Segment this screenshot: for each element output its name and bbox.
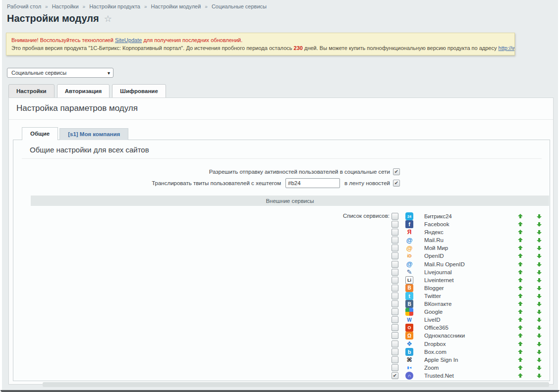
move-down-icon[interactable]: [537, 325, 542, 330]
horizontal-scrollbar[interactable]: [43, 382, 549, 387]
move-up-icon[interactable]: [518, 262, 523, 267]
liveid-checkbox[interactable]: [392, 316, 398, 323]
move-up-icon[interactable]: [518, 349, 523, 354]
breadcrumb-item[interactable]: Рабочий стол: [7, 3, 41, 9]
service-row: WLiveID: [0, 316, 560, 324]
service-name: Zoom: [424, 365, 439, 371]
livejournal-checkbox[interactable]: [392, 269, 398, 276]
service-name: Dropbox: [424, 341, 446, 347]
module-select[interactable]: Социальные сервисы ▾: [7, 68, 113, 78]
apple-sign-in-checkbox[interactable]: [392, 356, 398, 363]
breadcrumb-item[interactable]: Социальные сервисы: [212, 3, 267, 9]
move-up-icon[interactable]: [518, 333, 523, 338]
facebook-checkbox[interactable]: [392, 221, 398, 228]
dropbox-checkbox[interactable]: [392, 341, 398, 347]
move-up-icon[interactable]: [518, 294, 523, 298]
move-up-icon[interactable]: [518, 357, 523, 362]
blogger-checkbox[interactable]: [392, 285, 398, 292]
move-up-icon[interactable]: [518, 214, 523, 219]
move-down-icon[interactable]: [537, 270, 542, 275]
move-up-icon[interactable]: [518, 278, 523, 283]
site-tab[interactable]: [s1] Моя компания: [59, 128, 128, 140]
odnoklassniki-checkbox[interactable]: [392, 332, 398, 339]
openid-checkbox[interactable]: [392, 252, 398, 259]
main-tab[interactable]: Авторизация: [57, 84, 110, 98]
box-com-checkbox[interactable]: [392, 348, 398, 355]
hashtag-input[interactable]: [285, 178, 340, 188]
move-up-icon[interactable]: [518, 286, 523, 291]
move-down-icon[interactable]: [537, 278, 542, 283]
move-down-icon[interactable]: [537, 262, 542, 267]
service-name: Facebook: [424, 221, 449, 227]
google-checkbox[interactable]: [392, 308, 398, 315]
move-up-icon[interactable]: [518, 317, 523, 322]
move-up-icon[interactable]: [518, 309, 523, 314]
move-up-icon[interactable]: [518, 245, 523, 250]
move-up-icon[interactable]: [518, 342, 523, 346]
warning-line-trial: Это пробная версия продукта "1С-Битрикс:…: [11, 44, 509, 52]
moy-mir-checkbox[interactable]: [392, 245, 398, 251]
favorite-star-icon[interactable]: ☆: [104, 14, 112, 24]
zoom-checkbox[interactable]: [392, 364, 398, 371]
move-down-icon[interactable]: [537, 286, 542, 291]
main-tab[interactable]: Настройки: [8, 84, 55, 98]
move-down-icon[interactable]: [537, 333, 542, 338]
move-up-icon[interactable]: [518, 365, 523, 370]
service-row: bBox.com: [0, 348, 560, 356]
move-down-icon[interactable]: [537, 294, 542, 298]
service-row: tTwitter: [0, 292, 560, 300]
twitter-checkbox[interactable]: [392, 293, 398, 299]
main-tab[interactable]: Шифрование: [112, 84, 166, 98]
move-down-icon[interactable]: [537, 230, 542, 235]
move-down-icon[interactable]: [537, 349, 542, 354]
chevron-down-icon: ▾: [108, 70, 110, 76]
office365-checkbox[interactable]: [392, 324, 398, 331]
bitrix24-checkbox[interactable]: [392, 213, 398, 220]
breadcrumb: Рабочий стол»Настройки»Настройки продукт…: [7, 3, 267, 9]
move-down-icon[interactable]: [537, 309, 542, 314]
move-up-icon[interactable]: [518, 253, 523, 258]
move-up-icon[interactable]: [518, 238, 523, 243]
move-up-icon[interactable]: [518, 230, 523, 235]
allow-activity-checkbox[interactable]: ✔: [393, 168, 400, 175]
tweets-feed-checkbox[interactable]: ✔: [393, 180, 400, 187]
move-down-icon[interactable]: [537, 317, 542, 322]
tweets-hashtag-row: Транслировать твиты пользователей с хешт…: [0, 178, 400, 188]
liveinternet-checkbox[interactable]: [392, 277, 398, 284]
move-down-icon[interactable]: [537, 373, 542, 378]
panel-heading: Настройка параметров модуля: [16, 103, 138, 113]
move-down-icon[interactable]: [537, 365, 542, 370]
move-down-icon[interactable]: [537, 222, 542, 227]
move-down-icon[interactable]: [537, 238, 542, 243]
yandex-checkbox[interactable]: [392, 229, 398, 236]
breadcrumb-item[interactable]: Настройки: [52, 3, 79, 9]
site-tab[interactable]: Общие: [22, 127, 58, 140]
move-down-icon[interactable]: [537, 245, 542, 250]
move-down-icon[interactable]: [537, 357, 542, 362]
service-row: ЯЯндекс: [0, 228, 560, 236]
move-up-icon[interactable]: [518, 301, 523, 306]
move-down-icon[interactable]: [537, 342, 542, 346]
move-up-icon[interactable]: [518, 222, 523, 227]
trusted-net-checkbox[interactable]: ✔: [392, 372, 398, 379]
breadcrumb-item[interactable]: Настройки продукта: [89, 3, 140, 9]
move-down-icon[interactable]: [537, 301, 542, 306]
service-row: ▮◄Zoom: [0, 364, 560, 372]
service-row: ΩОдноклассники: [0, 332, 560, 340]
page-title-row: Настройки модуля ☆: [7, 13, 112, 24]
vkontakte-checkbox[interactable]: [392, 300, 398, 307]
trial-warning-box: Внимание! Воспользуйтесь технологией Sit…: [6, 33, 515, 55]
mailru-openid-checkbox[interactable]: [392, 261, 398, 268]
buy-link[interactable]: http://www.1c-bitrix.ru/buy/: [499, 45, 515, 51]
move-up-icon[interactable]: [518, 373, 523, 378]
move-up-icon[interactable]: [518, 325, 523, 330]
siteupdate-link[interactable]: SiteUpdate: [115, 37, 142, 43]
move-down-icon[interactable]: [537, 253, 542, 258]
services-list: Список сервисов:24Битрикс24fFacebookЯЯнд…: [0, 212, 560, 380]
move-down-icon[interactable]: [537, 214, 542, 219]
move-up-icon[interactable]: [518, 270, 523, 275]
mailru-checkbox[interactable]: [392, 237, 398, 244]
breadcrumb-item[interactable]: Настройки модулей: [151, 3, 201, 9]
service-name: Одноклассники: [424, 333, 465, 339]
liveinternet-icon: Li: [405, 276, 413, 284]
